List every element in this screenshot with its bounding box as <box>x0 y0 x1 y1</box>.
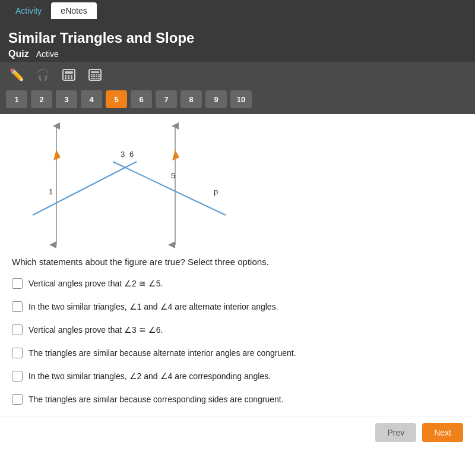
option-2-text: In the two similar triangles, ∠1 and ∠4 … <box>28 301 463 313</box>
prev-button[interactable]: Prev <box>375 423 416 442</box>
quiz-label: Quiz <box>8 49 29 59</box>
option-item: In the two similar triangles, ∠2 and ∠4 … <box>12 370 463 383</box>
svg-rect-3 <box>68 75 69 77</box>
page-title: Similar Triangles and Slope <box>8 30 467 46</box>
svg-rect-18 <box>91 78 93 79</box>
option-4-checkbox[interactable] <box>12 348 23 358</box>
option-item: Vertical angles prove that ∠2 ≅ ∠5. <box>12 278 463 290</box>
tab-enotes[interactable]: eNotes <box>51 2 96 19</box>
option-item: In the two similar triangles, ∠1 and ∠4 … <box>12 301 463 313</box>
svg-rect-9 <box>91 71 99 73</box>
question-nav-btn-6[interactable]: 6 <box>131 90 152 108</box>
svg-text:3: 3 <box>121 150 125 159</box>
svg-line-25 <box>113 162 226 215</box>
option-5-checkbox[interactable] <box>12 371 23 382</box>
active-label: Active <box>36 49 59 59</box>
svg-text:5: 5 <box>171 171 175 180</box>
option-2-checkbox[interactable] <box>12 301 23 312</box>
diagram-area: 3 6 5 1 p <box>0 114 475 251</box>
option-3-checkbox[interactable] <box>12 324 23 335</box>
option-1-text: Vertical angles prove that ∠2 ≅ ∠5. <box>28 278 463 290</box>
svg-rect-10 <box>91 74 93 75</box>
svg-rect-6 <box>68 77 69 79</box>
svg-rect-21 <box>98 78 100 79</box>
svg-rect-4 <box>71 75 72 77</box>
option-item: Vertical angles prove that ∠3 ≅ ∠6. <box>12 324 463 336</box>
question-nav-btn-1[interactable]: 1 <box>6 90 27 108</box>
option-6-text: The triangles are similar because corres… <box>28 393 463 406</box>
header-tabs: Activity eNotes <box>0 0 475 19</box>
option-item: The triangles are similar because altern… <box>12 347 463 360</box>
svg-rect-20 <box>96 78 97 79</box>
option-3-text: Vertical angles prove that ∠3 ≅ ∠6. <box>28 324 463 336</box>
svg-marker-27 <box>172 150 179 160</box>
svg-rect-16 <box>96 76 97 77</box>
option-6-checkbox[interactable] <box>12 394 23 405</box>
quiz-status: Quiz Active <box>8 49 467 59</box>
question-nav-btn-3[interactable]: 3 <box>56 90 77 108</box>
calculator2-tool-button[interactable] <box>84 65 106 84</box>
question-text: Which statements about the figure are tr… <box>0 251 475 278</box>
title-area: Similar Triangles and Slope Quiz Active <box>0 19 475 62</box>
question-nav: 12345678910 <box>0 88 475 114</box>
headphone-tool-button[interactable]: 🎧 <box>32 65 53 84</box>
bottom-bar: Prev Next <box>0 417 475 448</box>
svg-rect-15 <box>93 76 95 77</box>
tab-activity[interactable]: Activity <box>6 2 51 19</box>
svg-rect-5 <box>65 77 66 79</box>
question-nav-btn-7[interactable]: 7 <box>156 90 177 108</box>
svg-rect-7 <box>71 77 72 79</box>
svg-rect-1 <box>65 71 73 74</box>
svg-text:1: 1 <box>49 187 53 196</box>
svg-rect-2 <box>65 75 66 77</box>
svg-rect-11 <box>93 74 95 75</box>
question-nav-btn-4[interactable]: 4 <box>81 90 102 108</box>
question-nav-btn-5[interactable]: 5 <box>106 90 127 108</box>
question-nav-btn-8[interactable]: 8 <box>180 90 202 108</box>
question-nav-btn-2[interactable]: 2 <box>31 90 52 108</box>
svg-text:p: p <box>214 187 218 196</box>
question-nav-btn-10[interactable]: 10 <box>230 90 252 108</box>
next-button[interactable]: Next <box>422 423 463 442</box>
content-area: 3 6 5 1 p Which statements about the fig… <box>0 114 475 448</box>
calculator1-tool-button[interactable] <box>58 65 80 84</box>
svg-text:6: 6 <box>129 150 134 159</box>
svg-rect-13 <box>98 74 100 75</box>
svg-rect-14 <box>91 76 93 77</box>
question-nav-btn-9[interactable]: 9 <box>205 90 227 108</box>
svg-rect-12 <box>96 74 97 75</box>
option-item: The triangles are similar because corres… <box>12 393 463 406</box>
option-4-text: The triangles are similar because altern… <box>28 347 463 360</box>
option-5-text: In the two similar triangles, ∠2 and ∠4 … <box>28 370 463 383</box>
svg-marker-26 <box>53 150 61 160</box>
toolbar: ✏️ 🎧 <box>0 62 475 88</box>
options-area: Vertical angles prove that ∠2 ≅ ∠5. In t… <box>0 278 475 406</box>
svg-rect-19 <box>93 78 95 79</box>
option-1-checkbox[interactable] <box>12 278 23 289</box>
svg-rect-17 <box>98 76 100 77</box>
pencil-tool-button[interactable]: ✏️ <box>6 65 27 84</box>
